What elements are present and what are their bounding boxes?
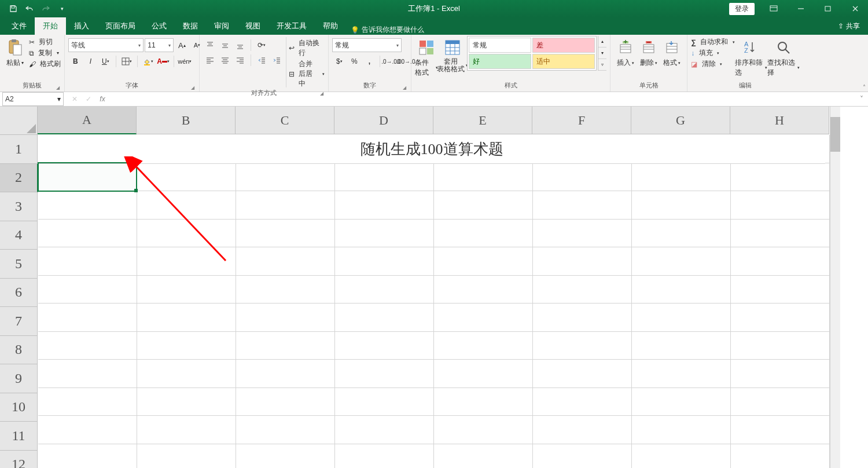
row-header-3[interactable]: 3: [0, 192, 38, 221]
sort-filter-button[interactable]: AZ排序和筛选▾: [735, 36, 767, 78]
style-good[interactable]: 好: [469, 54, 531, 69]
row-header-7[interactable]: 7: [0, 307, 38, 336]
align-right-icon[interactable]: [233, 53, 247, 67]
collapse-ribbon-icon[interactable]: ˄: [863, 84, 866, 90]
tab-view[interactable]: 视图: [237, 17, 269, 35]
cell-H10[interactable]: [731, 388, 830, 416]
cell-G10[interactable]: [632, 388, 731, 416]
cell-C9[interactable]: [236, 360, 335, 388]
row-header-8[interactable]: 8: [0, 336, 38, 365]
column-header-F[interactable]: F: [532, 107, 631, 134]
cell-C2[interactable]: [236, 163, 335, 192]
cell-G9[interactable]: [632, 360, 731, 388]
align-top-icon[interactable]: [203, 38, 217, 52]
insert-function-icon[interactable]: fx: [96, 95, 109, 103]
cell-F9[interactable]: [533, 360, 632, 388]
column-header-B[interactable]: B: [137, 107, 236, 134]
cell-F10[interactable]: [533, 388, 632, 416]
tab-formulas[interactable]: 公式: [144, 17, 175, 35]
cell-A7[interactable]: [38, 304, 137, 332]
styles-gallery-scroll[interactable]: ▴▾▿: [598, 36, 606, 71]
format-cells-button[interactable]: 格式▾: [660, 36, 683, 68]
cell-E5[interactable]: [434, 247, 533, 276]
cell-E10[interactable]: [434, 388, 533, 416]
cell-A6[interactable]: [38, 276, 137, 304]
copy-button[interactable]: ⧉ 复制 ▾: [29, 48, 61, 58]
number-format-combo[interactable]: 常规▾: [332, 38, 402, 52]
tab-home[interactable]: 开始: [35, 17, 66, 35]
cell-G4[interactable]: [632, 220, 731, 248]
phonetic-button[interactable]: wén▾: [178, 54, 192, 68]
cell-E2[interactable]: [434, 163, 533, 192]
cell-D6[interactable]: [335, 276, 434, 304]
cell-G11[interactable]: [632, 416, 731, 444]
cell-A4[interactable]: [38, 220, 137, 248]
decrease-decimal-icon[interactable]: .00→.0: [399, 54, 413, 68]
column-header-H[interactable]: H: [730, 107, 829, 134]
accounting-format-icon[interactable]: $▾: [332, 54, 346, 68]
cell-D4[interactable]: [335, 220, 434, 248]
cell-C10[interactable]: [236, 388, 335, 416]
tab-developer[interactable]: 开发工具: [269, 17, 315, 35]
cell-D12[interactable]: [335, 444, 434, 469]
cell-H5[interactable]: [731, 247, 830, 276]
cell-F8[interactable]: [533, 332, 632, 360]
cell-C12[interactable]: [236, 444, 335, 469]
cell-B7[interactable]: [137, 304, 236, 332]
cell-H2[interactable]: [731, 163, 830, 192]
cell-B10[interactable]: [137, 388, 236, 416]
italic-button[interactable]: I: [83, 54, 97, 68]
style-bad[interactable]: 差: [532, 38, 595, 53]
cell-A10[interactable]: [38, 388, 137, 416]
tab-help[interactable]: 帮助: [315, 17, 346, 35]
maximize-icon[interactable]: [815, 0, 841, 17]
column-header-E[interactable]: E: [433, 107, 532, 134]
font-dialog-launcher[interactable]: ◢: [191, 85, 194, 90]
cell-E7[interactable]: [434, 304, 533, 332]
format-painter-button[interactable]: 🖌 格式刷: [29, 59, 61, 69]
column-header-G[interactable]: G: [631, 107, 730, 134]
row-header-5[interactable]: 5: [0, 250, 38, 279]
align-bottom-icon[interactable]: [233, 38, 247, 52]
row-header-12[interactable]: 12: [0, 451, 38, 469]
scrollbar-thumb[interactable]: [830, 117, 840, 152]
cell-E9[interactable]: [434, 360, 533, 388]
cell-D5[interactable]: [335, 247, 434, 276]
conditional-formatting-button[interactable]: 条件格式▾: [415, 36, 438, 78]
cell-B9[interactable]: [137, 360, 236, 388]
cell-E11[interactable]: [434, 416, 533, 444]
border-button[interactable]: ▾: [120, 54, 134, 68]
cell-F7[interactable]: [533, 304, 632, 332]
cell-B2[interactable]: [137, 163, 236, 192]
decrease-indent-icon[interactable]: [255, 53, 269, 67]
cell-styles-gallery[interactable]: 常规 差 好 适中: [467, 36, 597, 71]
cell-H7[interactable]: [731, 304, 830, 332]
cell-A11[interactable]: [38, 416, 137, 444]
cell-B8[interactable]: [137, 332, 236, 360]
cell-H3[interactable]: [731, 191, 830, 220]
column-header-A[interactable]: A: [38, 107, 137, 134]
cell-C3[interactable]: [236, 191, 335, 220]
font-size-combo[interactable]: 11▾: [145, 38, 174, 52]
save-icon[interactable]: [6, 1, 21, 16]
cell-G8[interactable]: [632, 332, 731, 360]
cell-G6[interactable]: [632, 276, 731, 304]
align-middle-icon[interactable]: [218, 38, 232, 52]
cell-G2[interactable]: [632, 163, 731, 192]
cell-D11[interactable]: [335, 416, 434, 444]
tab-page-layout[interactable]: 页面布局: [97, 17, 144, 35]
cancel-formula-icon[interactable]: ✕: [68, 95, 81, 103]
row-header-2[interactable]: 2: [0, 164, 38, 193]
cell-A3[interactable]: [38, 191, 137, 220]
ribbon-options-icon[interactable]: [760, 0, 786, 17]
cell-F4[interactable]: [533, 220, 632, 248]
increase-indent-icon[interactable]: [270, 53, 284, 67]
cell-C4[interactable]: [236, 220, 335, 248]
cell-G3[interactable]: [632, 191, 731, 220]
insert-cells-button[interactable]: 插入▾: [614, 36, 637, 68]
clipboard-dialog-launcher[interactable]: ◢: [56, 85, 60, 90]
cell-C11[interactable]: [236, 416, 335, 444]
cell-G7[interactable]: [632, 304, 731, 332]
cell-B11[interactable]: [137, 416, 236, 444]
cell-C5[interactable]: [236, 247, 335, 276]
